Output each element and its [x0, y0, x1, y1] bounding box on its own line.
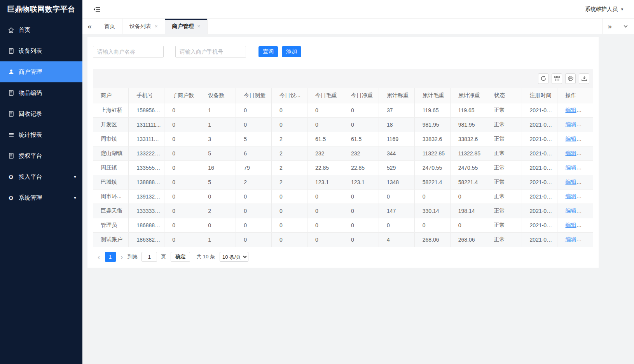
- page-next-icon[interactable]: ›: [119, 253, 125, 261]
- sidebar-item-2[interactable]: 商户管理: [0, 61, 82, 82]
- edit-link[interactable]: 编辑: [565, 136, 576, 142]
- sidebar-item-7[interactable]: ⚙接入平台▾: [0, 166, 82, 187]
- cell-4: 5: [236, 132, 272, 146]
- sidebar-item-1[interactable]: 设备列表: [0, 40, 82, 61]
- table-row: 管理员1868888...000000000正常2021-05...编辑重...: [93, 218, 593, 233]
- cell-0: 上海虹桥: [93, 103, 129, 118]
- cell-1: 1335555...: [129, 161, 164, 175]
- cell-actions: 编辑重...: [557, 204, 593, 218]
- sidebar-item-label: 系统管理: [19, 194, 42, 202]
- query-button[interactable]: 查询: [258, 46, 278, 57]
- cell-1: 1332222...: [129, 146, 164, 161]
- cell-11: 正常: [486, 204, 522, 218]
- cell-2: 0: [164, 161, 200, 175]
- cell-6: 0: [307, 118, 343, 132]
- edit-link[interactable]: 编辑: [565, 164, 576, 171]
- cell-6: 0: [307, 103, 343, 118]
- goto-confirm-button[interactable]: 确定: [171, 252, 190, 262]
- cell-7: 0: [343, 233, 379, 247]
- cell-actions: 编辑重...: [557, 103, 593, 118]
- edit-link[interactable]: 编辑: [565, 150, 576, 156]
- cell-7: 61.5: [343, 132, 379, 146]
- page-size-select[interactable]: 10 条/页: [220, 252, 248, 262]
- cell-12: 2021-05...: [522, 118, 557, 132]
- sidebar-item-6[interactable]: 授权平台: [0, 145, 82, 166]
- cell-6: 0: [307, 233, 343, 247]
- cell-5: 0: [272, 118, 307, 132]
- export-icon: [581, 75, 587, 82]
- table-row: 巴城镇1388888...0522123.1123.1134858221.458…: [93, 175, 593, 190]
- close-tab-icon[interactable]: ×: [197, 23, 201, 29]
- tabs-scroll-right-icon[interactable]: »: [602, 19, 617, 34]
- export-button[interactable]: [579, 73, 589, 84]
- table-row: 周市镇1331111...035261.561.5116933832.63383…: [93, 132, 593, 146]
- sidebar-item-label: 物品编码: [19, 89, 42, 97]
- edit-link[interactable]: 编辑: [565, 179, 576, 185]
- column-header-4: 今日测量: [236, 88, 272, 103]
- add-button[interactable]: 添加: [282, 46, 301, 57]
- cell-actions: 编辑重...: [557, 146, 593, 161]
- cell-7: 0: [343, 190, 379, 204]
- sidebar: 巨鼎物联网数字平台 首页设备列表商户管理物品编码回收记录统计报表授权平台⚙接入平…: [0, 0, 82, 364]
- cell-5: 0: [272, 204, 307, 218]
- edit-link[interactable]: 编辑: [565, 121, 576, 127]
- tabs-collapse-icon[interactable]: [617, 19, 634, 34]
- sidebar-item-3[interactable]: 物品编码: [0, 82, 82, 103]
- cell-8: 1348: [379, 175, 414, 190]
- sidebar-item-8[interactable]: ⚙系统管理▾: [0, 187, 82, 208]
- cell-actions: 编辑重...: [557, 218, 593, 233]
- tab-2[interactable]: 商户管理×: [165, 19, 208, 34]
- edit-link[interactable]: 编辑: [565, 236, 576, 242]
- cell-3: 1: [200, 233, 236, 247]
- cell-3: 1: [200, 118, 236, 132]
- merchant-name-input[interactable]: [93, 46, 164, 57]
- cell-5: 0: [272, 103, 307, 118]
- table-row: 测试账户1863820...0100004268.06268.06正常2021-…: [93, 233, 593, 247]
- doc-icon: [8, 111, 14, 117]
- cell-6: 0: [307, 204, 343, 218]
- column-header-12: 注册时间: [522, 88, 557, 103]
- page-prev-icon[interactable]: ‹: [96, 253, 102, 261]
- cell-1: 1868888...: [129, 218, 164, 233]
- tab-label: 设备列表: [129, 23, 151, 30]
- cell-9: 119.65: [414, 103, 450, 118]
- content: 查询 添加 商户手机号子商户数设备数今日测量今日设...今日毛重今日净重累计称重…: [82, 34, 634, 364]
- user-name: 系统维护人员: [585, 6, 618, 13]
- cell-6: 22.85: [307, 161, 343, 175]
- cell-10: 2470.55: [450, 161, 486, 175]
- sidebar-item-4[interactable]: 回收记录: [0, 103, 82, 124]
- sidebar-item-label: 授权平台: [19, 152, 42, 160]
- sidebar-item-0[interactable]: 首页: [0, 19, 82, 40]
- cell-10: 119.65: [450, 103, 486, 118]
- cell-12: 2021-05...: [522, 218, 557, 233]
- table-row: 周庄镇1335555...01679222.8522.855292470.552…: [93, 161, 593, 175]
- sidebar-item-5[interactable]: 统计报表: [0, 124, 82, 145]
- edit-link[interactable]: 编辑: [565, 207, 576, 214]
- columns-icon: [554, 75, 560, 82]
- edit-link[interactable]: 编辑: [565, 193, 576, 199]
- columns-button[interactable]: [552, 73, 562, 84]
- collapse-sidebar-icon[interactable]: [93, 6, 101, 12]
- column-header-6: 今日毛重: [307, 88, 343, 103]
- tab-1[interactable]: 设备列表×: [122, 19, 165, 34]
- merchant-panel: 查询 添加 商户手机号子商户数设备数今日测量今日设...今日毛重今日净重累计称重…: [87, 37, 599, 268]
- user-menu[interactable]: 系统维护人员 ▼: [585, 6, 624, 13]
- cell-6: 0: [307, 218, 343, 233]
- tabs-spacer: [208, 19, 602, 34]
- merchant-phone-input[interactable]: [175, 46, 246, 57]
- chevron-down-icon: ▾: [74, 195, 76, 200]
- cell-3: 3: [200, 132, 236, 146]
- tab-0[interactable]: 首页: [97, 19, 122, 34]
- close-tab-icon[interactable]: ×: [155, 23, 158, 29]
- print-button[interactable]: [565, 73, 576, 84]
- cell-11: 正常: [486, 161, 522, 175]
- refresh-button[interactable]: [538, 73, 548, 84]
- cell-12: 2021-05...: [522, 161, 557, 175]
- cell-0: 巴城镇: [93, 175, 129, 190]
- edit-link[interactable]: 编辑: [565, 107, 576, 113]
- tabs-scroll-left-icon[interactable]: «: [82, 19, 97, 34]
- page-number-button[interactable]: 1: [105, 252, 116, 262]
- goto-page-input[interactable]: [141, 252, 157, 262]
- edit-link[interactable]: 编辑: [565, 222, 576, 228]
- search-row: 查询 添加: [93, 46, 593, 57]
